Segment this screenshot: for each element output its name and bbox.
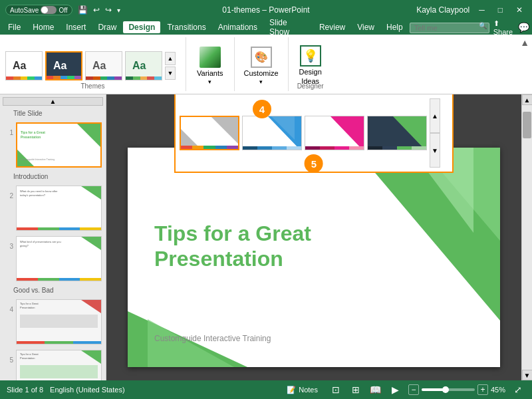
group-label-intro: Introduction <box>3 172 103 182</box>
scroll-thumb[interactable] <box>523 112 531 138</box>
redo-icon[interactable]: ↪ <box>105 5 112 15</box>
reading-view-button[interactable]: 📖 <box>368 382 383 397</box>
normal-view-button[interactable]: ⊡ <box>329 382 343 397</box>
slide-item-2[interactable]: 2 What do you need to know aftertoday's … <box>3 184 103 232</box>
status-left: Slide 1 of 8 English (United States) <box>7 386 125 394</box>
menu-design[interactable]: Design <box>123 21 160 33</box>
autosave-label: AutoSave <box>10 7 39 14</box>
notes-icon: 📝 <box>287 386 296 394</box>
variants-icon <box>200 47 221 68</box>
customize-label: Customize <box>244 69 279 77</box>
variant-item-1[interactable] <box>180 116 239 150</box>
undo-icon[interactable]: ↩ <box>93 5 100 15</box>
slide-thumb-4[interactable]: Tips for a GreatPresentation <box>16 299 102 344</box>
step-badge-5: 5 <box>305 154 323 173</box>
autosave-toggle[interactable] <box>41 6 57 14</box>
title-bar-left: AutoSave Off 💾 ↩ ↪ ▾ <box>5 5 120 15</box>
slide-item-5[interactable]: 5 Tips for a GreatPresentation <box>3 348 103 380</box>
notes-button[interactable]: 📝 Notes <box>281 384 323 396</box>
customize-button[interactable]: 🎨 Customize ▾ <box>239 43 284 89</box>
language-info: English (United States) <box>50 386 125 394</box>
slide-sorter-button[interactable]: ⊞ <box>348 382 363 397</box>
slideshow-button[interactable]: ▶ <box>388 382 403 397</box>
slide-thumb-1[interactable]: Tips for a GreatPresentation Customguide… <box>16 122 102 168</box>
slide-thumb-3[interactable]: What kind of presentations are yougiving… <box>16 236 102 281</box>
menu-help[interactable]: Help <box>381 21 408 33</box>
slide-subtitle: Customguide Interactive Training <box>154 334 271 343</box>
autosave-button[interactable]: AutoSave Off <box>5 5 72 15</box>
slide-title: Tips for a Great Presentation <box>154 221 367 272</box>
variants-scroll-up[interactable]: ▲ <box>430 98 440 133</box>
themes-label: Themes <box>0 82 186 90</box>
variants-button[interactable]: Variants ▾ <box>190 43 230 89</box>
variants-scroll-btns: ▲ ▼ <box>430 98 440 168</box>
content-area: ▲ ▼ 5 Variants Tips for a Great Presenta… <box>106 94 521 380</box>
menu-home[interactable]: Home <box>27 21 59 33</box>
menu-bar: File Home Insert Draw Design Transitions… <box>0 20 532 35</box>
theme-dark[interactable]: Aa <box>45 51 82 80</box>
content-scrollbar: ▲ ▼ <box>521 94 532 380</box>
menu-draw[interactable]: Draw <box>92 21 122 33</box>
variant-item-3[interactable] <box>305 116 364 150</box>
menu-transitions[interactable]: Transitions <box>162 21 211 33</box>
save-icon[interactable]: 💾 <box>78 5 88 15</box>
zoom-track[interactable] <box>422 388 475 391</box>
group-label-goodbad: Good vs. Bad <box>3 285 103 295</box>
variants-items: Variants ▾ <box>190 37 230 91</box>
main-area: ▲ Title Slide 1 Tips for a GreatPresenta… <box>0 94 532 380</box>
slide-item-4[interactable]: 4 Tips for a GreatPresentation <box>3 298 103 346</box>
slide-number-4: 4 <box>4 299 13 313</box>
slide-number-3: 3 <box>4 236 13 250</box>
maximize-button[interactable]: □ <box>494 4 507 16</box>
ribbon: Aa Aa <box>0 35 532 94</box>
badge5-container: 5 Variants <box>300 154 329 182</box>
menu-file[interactable]: File <box>3 21 26 33</box>
search-input[interactable] <box>410 23 489 33</box>
customize-items: 🎨 Customize ▾ <box>239 37 284 91</box>
zoom-slider: − + 45% <box>408 384 505 395</box>
variants-label: Variants <box>197 69 223 77</box>
menu-view[interactable]: View <box>352 21 380 33</box>
status-bar: Slide 1 of 8 English (United States) 📝 N… <box>0 380 532 399</box>
variants-dropdown-arrow: ▾ <box>208 78 211 85</box>
share-button[interactable]: ⬆ Share <box>493 19 514 36</box>
zoom-in-button[interactable]: + <box>477 384 488 395</box>
menu-animations[interactable]: Animations <box>213 21 263 33</box>
menu-insert[interactable]: Insert <box>61 21 91 33</box>
zoom-handle[interactable] <box>442 386 449 393</box>
slide-item-3[interactable]: 3 What kind of presentations are yougivi… <box>3 235 103 283</box>
theme-default[interactable]: Aa <box>5 51 43 80</box>
slide-thumb-2[interactable]: What do you need to know aftertoday's pr… <box>16 186 102 231</box>
themes-scroll-up[interactable]: ▲ <box>165 52 176 65</box>
slide-item-1[interactable]: 1 Tips for a GreatPresentation Customgui… <box>3 121 103 169</box>
theme-colored[interactable]: Aa <box>125 51 162 80</box>
scroll-track[interactable] <box>522 105 532 370</box>
themes-scroll-down[interactable]: ▼ <box>165 66 176 80</box>
step-badge-4: 4 <box>253 100 271 118</box>
ribbon-group-customize: 🎨 Customize ▾ <box>235 37 289 91</box>
quick-access-more[interactable]: ▾ <box>117 7 120 14</box>
comments-button[interactable]: 💬 <box>518 22 529 33</box>
variants-label-popup: Variants <box>300 174 329 182</box>
designer-label: Designer <box>289 82 332 90</box>
slide-panel[interactable]: ▲ Title Slide 1 Tips for a GreatPresenta… <box>0 94 106 380</box>
ribbon-group-designer: 💡 DesignIdeas Designer <box>289 37 332 91</box>
menu-right: ⬆ Share 💬 <box>410 19 529 36</box>
zoom-out-button[interactable]: − <box>408 384 419 395</box>
fit-slide-button[interactable]: ⤢ <box>511 382 525 397</box>
design-ideas-icon: 💡 <box>300 45 321 66</box>
variant-item-2[interactable] <box>242 116 302 150</box>
slide-panel-scroll-up[interactable]: ▲ <box>3 97 103 106</box>
close-button[interactable]: ✕ <box>512 4 527 16</box>
theme-plain[interactable]: Aa <box>85 51 122 80</box>
minimize-button[interactable]: ─ <box>475 4 489 16</box>
ribbon-collapse-button[interactable]: ▲ <box>520 37 529 48</box>
notes-label: Notes <box>299 386 318 394</box>
menu-review[interactable]: Review <box>314 21 350 33</box>
scroll-up-button[interactable]: ▲ <box>522 94 533 105</box>
slide-thumb-5[interactable]: Tips for a GreatPresentation <box>16 350 102 380</box>
variant-item-4[interactable] <box>367 116 427 150</box>
variants-scroll-down[interactable]: ▼ <box>430 133 440 168</box>
scroll-down-button[interactable]: ▼ <box>522 370 533 380</box>
design-ideas-button[interactable]: 💡 DesignIdeas <box>294 43 327 88</box>
